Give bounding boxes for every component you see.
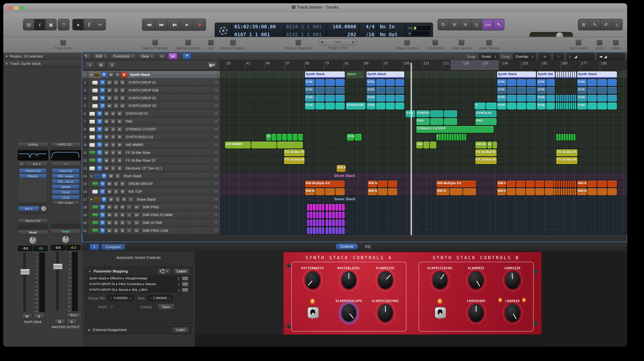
region-block[interactable] <box>568 188 570 195</box>
track-on-button[interactable] <box>96 118 102 124</box>
region-block[interactable] <box>326 220 328 226</box>
region-block[interactable] <box>574 95 576 102</box>
region-block[interactable] <box>517 102 526 109</box>
region-block[interactable] <box>386 79 395 86</box>
region-cluster[interactable]: SYN <box>305 79 345 86</box>
region-cluster[interactable]: SYN <box>305 87 345 94</box>
bounce-button[interactable]: Bnce <box>66 313 81 318</box>
track-r-button[interactable]: R <box>120 220 126 226</box>
region-cluster[interactable]: SYN <box>366 95 404 102</box>
region-block[interactable] <box>386 87 395 94</box>
invert-checkbox[interactable] <box>110 304 114 309</box>
compare-button[interactable]: Compare <box>101 244 125 250</box>
region-block[interactable] <box>463 188 476 195</box>
track-i-button[interactable]: I <box>126 212 132 218</box>
group-slot[interactable] <box>18 224 48 229</box>
region-cluster[interactable]: SYNTH KI <box>475 110 497 117</box>
region-block[interactable] <box>597 87 607 94</box>
track-s-button[interactable]: S <box>113 103 119 109</box>
track-on-button[interactable] <box>96 149 102 156</box>
nudge-value-button[interactable]: ◀Tick▶Nudge Value <box>318 38 357 50</box>
master-mute-button[interactable]: ✕ <box>460 19 471 30</box>
library-button[interactable]: ▤ <box>23 19 34 30</box>
track-m-button[interactable]: M <box>108 173 114 179</box>
menu-edit[interactable]: Edit▼ <box>93 53 109 59</box>
track-s-button[interactable]: S <box>110 126 116 132</box>
track-s-button[interactable]: S <box>113 87 119 93</box>
track-on-button[interactable] <box>100 103 106 109</box>
region-block[interactable] <box>378 180 387 187</box>
input-slot[interactable]: Bus 3 <box>26 161 48 166</box>
waveform-zoom-button[interactable]: ∿ <box>538 53 551 60</box>
region-block[interactable]: SYN <box>537 87 546 94</box>
track-name[interactable]: SYNTH BUILD 01 <box>126 135 215 139</box>
region-block[interactable] <box>568 71 570 78</box>
track-m-button[interactable]: M <box>106 79 112 85</box>
region-block[interactable] <box>277 141 303 148</box>
region-block[interactable] <box>558 102 560 109</box>
region-block[interactable] <box>574 180 576 187</box>
region-block[interactable] <box>319 227 322 234</box>
region-cluster[interactable]: SYN <box>366 102 404 109</box>
knob-xloppitchcng[interactable] <box>432 271 447 289</box>
track-s-button[interactable]: S <box>114 72 121 78</box>
region-block[interactable] <box>307 227 310 234</box>
region-block[interactable]: SYNTH KI <box>475 110 497 117</box>
track-row-synth-drop-01b[interactable]: 3MSRSYNTH DROP 01B <box>82 86 220 94</box>
region-block[interactable] <box>556 180 558 187</box>
region-block[interactable] <box>310 212 312 219</box>
region-block[interactable] <box>313 220 316 226</box>
track-s-button[interactable]: S <box>110 110 116 117</box>
region-block[interactable]: SYNTH BUILD 01 <box>266 134 271 141</box>
output-slot[interactable]: Stereo Out <box>18 218 48 224</box>
track-row-air-mmms[interactable]: 10MSRAIR MMMS <box>82 141 220 149</box>
region-block[interactable] <box>587 79 597 86</box>
mapping-row[interactable]: Synth Stack ▸ Effectrix ▸ XloopEnvelope▲… <box>87 276 190 281</box>
vertical-zoom-slider[interactable]: ▲▼◢ <box>566 53 594 60</box>
track-on-button[interactable] <box>96 165 102 171</box>
region-cluster[interactable]: AIR MMMS <box>416 141 436 148</box>
region-block[interactable] <box>444 118 457 125</box>
horizontal-zoom-slider[interactable]: ◂▸ ◢ <box>597 53 625 60</box>
track-row-strings-cutoff[interactable]: 8MSRSTRINGS CUTOFF <box>82 126 220 133</box>
region-inspector-header[interactable]: ▶Region: 14 selected <box>3 52 82 60</box>
region-cluster[interactable]: SYN <box>577 102 617 109</box>
region-block[interactable] <box>507 79 516 86</box>
toggle-switch[interactable] <box>434 306 446 320</box>
region-block[interactable] <box>319 204 322 211</box>
external-assignment-box[interactable]: ▶ External Assignment Learn <box>86 326 192 334</box>
track-name[interactable]: KIK TOP <box>128 190 215 194</box>
track-r-button[interactable]: R <box>116 118 123 124</box>
track-name[interactable]: PAD <box>126 119 215 123</box>
region-block[interactable]: SYN <box>497 79 506 86</box>
pan-knob[interactable] <box>28 236 37 245</box>
grid-row-8[interactable]: STRINGS CUTOFF <box>220 126 627 133</box>
region-cluster[interactable]: FX 16-Bar Ri <box>475 157 497 164</box>
hierarchy-up-button[interactable]: ↰ <box>84 53 91 59</box>
region-block[interactable] <box>546 95 555 102</box>
region-block[interactable] <box>556 188 558 195</box>
region-block[interactable] <box>332 212 335 219</box>
region-block[interactable] <box>568 180 570 187</box>
region-block[interactable] <box>271 134 276 141</box>
region-block[interactable]: PAD <box>416 118 430 125</box>
tab-eq[interactable]: EQ <box>363 244 373 249</box>
region-block[interactable]: SYN <box>497 87 506 94</box>
region-block[interactable] <box>329 220 332 226</box>
region-block[interactable] <box>338 212 342 219</box>
region-cluster[interactable]: SYN <box>577 95 617 102</box>
region-block[interactable] <box>558 134 561 141</box>
disclosure-icon[interactable]: ▼ <box>88 270 91 273</box>
scaling-open-button[interactable]: Open <box>158 304 175 310</box>
solo-button[interactable]: S <box>471 19 482 30</box>
region-block[interactable] <box>376 102 385 109</box>
track-m-button[interactable]: M <box>104 110 110 117</box>
region-block[interactable] <box>395 102 404 109</box>
region-block[interactable] <box>562 71 564 78</box>
group-slot[interactable] <box>50 224 81 228</box>
knob-patternkeys[interactable] <box>305 271 320 289</box>
region-block[interactable] <box>544 180 554 187</box>
region-block[interactable] <box>459 134 461 141</box>
track-on-button[interactable] <box>100 204 106 210</box>
region-block[interactable] <box>332 204 335 211</box>
